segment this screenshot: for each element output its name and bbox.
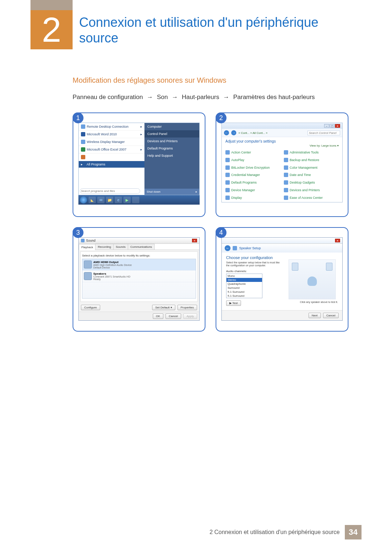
dialog-body: Select a playback device below to modify… [80, 251, 198, 302]
start-search-input[interactable] [80, 188, 140, 194]
maximize-button[interactable]: ▢ [330, 124, 335, 128]
start-menu-item[interactable]: Wireless Display Manager [79, 138, 144, 146]
start-menu-item[interactable] [79, 153, 144, 161]
device-item[interactable]: AMD HDMI OutputAMD High Definition Audio… [82, 259, 196, 271]
breadcrumb-step: Haut-parleurs [182, 94, 219, 100]
cp-search-input[interactable] [307, 131, 340, 135]
taskbar-button[interactable]: ▶ [123, 197, 131, 203]
channel-item[interactable]: Quadraphonic [226, 282, 262, 286]
channel-item[interactable]: 5.1 Surround [226, 294, 262, 298]
step-badge: 4 [216, 227, 226, 238]
device-sub: AMD High Definition Audio Device [93, 264, 132, 266]
all-programs[interactable]: ▸ All Programs [79, 161, 144, 168]
cp-item-label: Administrative Tools [290, 151, 319, 154]
speaker-left-icon[interactable] [292, 263, 298, 271]
device-status: Ready [93, 278, 130, 280]
cp-item[interactable]: BitLocker Drive Encryption [225, 164, 280, 171]
cp-item-label: Date and Time [290, 173, 311, 177]
cp-item-label: Device Manager [231, 188, 255, 192]
tab-strip: Playback Recording Sounds Communications [79, 244, 199, 250]
cp-item[interactable]: Device Manager [225, 187, 280, 193]
start-right-item[interactable]: Help and Support [144, 152, 199, 159]
cp-item[interactable]: Display [225, 194, 280, 201]
cp-item[interactable]: Desktop Gadgets [284, 180, 339, 186]
channel-item[interactable]: Surround [226, 286, 262, 290]
view-by[interactable]: View by: Large icons ▾ [222, 144, 342, 148]
start-menu-item[interactable]: Microsoft Word 2010▸ [79, 131, 144, 138]
start-right-item[interactable]: Computer [144, 123, 199, 130]
tab-sounds[interactable]: Sounds [113, 244, 128, 250]
taskbar-button[interactable]: ✉ [97, 197, 105, 203]
close-button[interactable]: ✕ [335, 239, 340, 242]
properties-button[interactable]: Properties [177, 305, 197, 310]
speaker-setup-window: ✕ ← Speaker Setup Choose your configurat… [221, 237, 343, 321]
cp-item-label: Ease of Access Center [290, 196, 323, 200]
cp-item[interactable]: Color Management [284, 164, 339, 171]
header-accent [30, 0, 73, 10]
tab-playback[interactable]: Playback [79, 244, 95, 250]
start-orb-icon[interactable] [80, 196, 87, 204]
next-button[interactable]: Next [309, 313, 321, 318]
speaker-right-icon[interactable] [326, 263, 332, 271]
back-icon[interactable]: ← [225, 245, 230, 251]
cp-item[interactable]: AutoPlay [225, 157, 280, 163]
clock-icon [284, 173, 288, 177]
cancel-button[interactable]: Cancel [323, 313, 339, 318]
configure-button[interactable]: Configure [81, 305, 100, 310]
tab-communications[interactable]: Communications [128, 244, 155, 250]
taskbar-button[interactable]: e [115, 197, 122, 203]
start-right-item[interactable]: Default Programs [144, 145, 199, 152]
window-buttons: ✕ [335, 239, 340, 242]
back-icon[interactable]: ← [224, 130, 229, 135]
cancel-button[interactable]: Cancel [166, 313, 181, 319]
device-sub: Conexant 20671 SmartAudio HD [93, 275, 130, 278]
test-button[interactable]: ▶ Test [226, 300, 241, 306]
tab-recording[interactable]: Recording [95, 244, 113, 250]
close-button[interactable]: ✕ [192, 239, 197, 242]
screenshot-panels: 1 Remote Desktop Connection▸ Microsoft W… [73, 112, 348, 332]
cp-item[interactable]: Devices and Printers [284, 187, 339, 193]
channel-item[interactable]: Mono [226, 274, 262, 278]
arrow-icon: → [221, 94, 232, 100]
taskbar-button[interactable]: 📁 [106, 197, 113, 203]
device-text: SpeakersConexant 20671 SmartAudio HDRead… [93, 272, 130, 280]
channels-list[interactable]: Mono Stereo Quadraphonic Surround 5.1 Su… [226, 274, 262, 298]
set-default-button[interactable]: Set Default ▾ [152, 305, 175, 310]
channel-item[interactable]: 5.1 Surround [226, 290, 262, 294]
start-menu-item[interactable]: Remote Desktop Connection▸ [79, 123, 144, 131]
start-menu-item[interactable]: Microsoft Office Excel 2007▸ [79, 146, 144, 153]
cp-item[interactable]: Default Programs [225, 180, 280, 186]
page-number: 34 [345, 525, 362, 539]
dialog-buttons-row: Configure Set Default ▾ Properties [79, 303, 199, 312]
shutdown-button[interactable]: Shut down▸ [144, 189, 199, 195]
minimize-button[interactable]: – [324, 124, 329, 128]
address-crumb[interactable]: « Cont... » All Cont... » [238, 131, 268, 135]
channel-item[interactable]: 7.1 Surround [226, 298, 262, 298]
close-button[interactable]: ✕ [335, 124, 340, 128]
gadget-icon [284, 180, 288, 185]
cp-item[interactable]: Backup and Restore [284, 157, 339, 163]
cp-items: Action Center Administrative Tools AutoP… [222, 148, 342, 202]
wizard-footer: Next Cancel [222, 310, 342, 320]
device-list[interactable]: AMD HDMI OutputAMD High Definition Audio… [82, 259, 196, 299]
start-right-item[interactable]: Devices and Printers [144, 138, 199, 145]
sound-icon [81, 239, 85, 242]
lock-icon [225, 165, 230, 170]
cp-item[interactable]: Ease of Access Center [284, 194, 339, 201]
cp-item[interactable]: Date and Time [284, 172, 339, 178]
cp-item[interactable]: Administrative Tools [284, 149, 339, 156]
start-menu-right: Computer Control Panel Devices and Print… [144, 123, 199, 195]
taskbar-button[interactable] [132, 197, 139, 203]
start-right-item-control-panel[interactable]: Control Panel [144, 130, 199, 138]
cp-item[interactable]: Credential Manager [225, 172, 280, 178]
device-item[interactable]: SpeakersConexant 20671 SmartAudio HDRead… [82, 271, 196, 282]
page-footer: 2 Connexion et utilisation d'un périphér… [0, 525, 392, 539]
channel-item[interactable]: Stereo [226, 278, 262, 282]
cp-item-label: Backup and Restore [290, 158, 319, 162]
cp-item-label: Display [231, 196, 242, 200]
taskbar-button[interactable]: ◣ [89, 197, 96, 203]
forward-icon[interactable]: → [231, 130, 236, 135]
cp-item[interactable]: Action Center [225, 149, 280, 156]
ok-button[interactable]: OK [153, 313, 164, 319]
apply-button[interactable]: Apply [183, 313, 197, 319]
